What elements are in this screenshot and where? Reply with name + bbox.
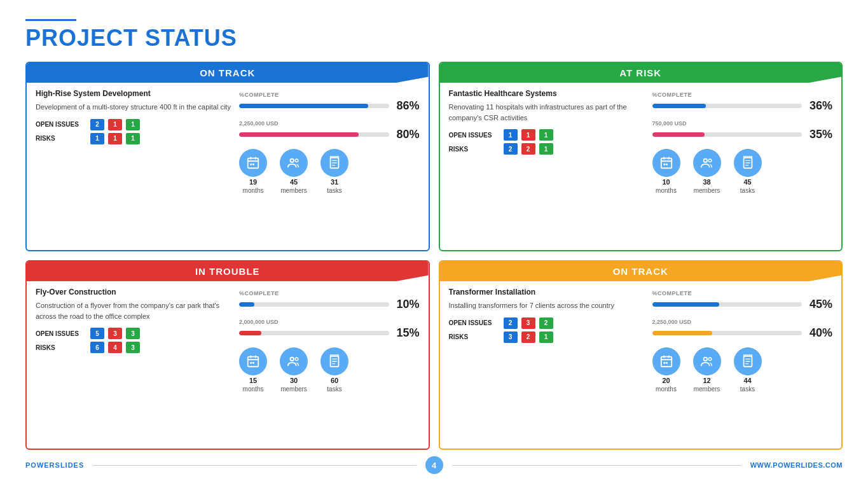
open-issues-row: OPEN ISSUES 2 3 2 <box>449 317 646 329</box>
budget-pct-value: 40% <box>807 326 832 340</box>
risk-badge-green: 1 <box>539 143 553 155</box>
svg-rect-17 <box>666 164 668 165</box>
card-left-in-trouble: Fly-Over Construction Construction of a … <box>36 288 233 442</box>
pct-value: 86% <box>394 99 420 113</box>
budget-progress-bg <box>652 132 803 137</box>
months-value: 10 <box>662 178 670 186</box>
budget-progress-fill <box>239 132 359 137</box>
tasks-unit: tasks <box>327 187 341 194</box>
issue-badge-blue: 2 <box>90 119 104 130</box>
risk-badge-blue: 3 <box>504 331 518 343</box>
footer-website: WWW.POWERLIDES.COM <box>750 461 843 469</box>
open-issues-label: OPEN ISSUES <box>36 121 86 128</box>
pct-value: 10% <box>394 298 420 311</box>
pct-label: %COMPLETE <box>652 290 833 296</box>
footer-page-number: 4 <box>425 456 443 474</box>
icons-row: 20 months 12 members <box>652 347 833 393</box>
issues-risks: OPEN ISSUES 2 1 1 RISKS 1 1 1 <box>36 119 233 144</box>
icons-row: 15 months 30 members <box>239 347 420 393</box>
members-block: 38 members <box>693 149 721 194</box>
card-right-at-risk: %COMPLETE 36% 750,000 USD 35% <box>652 89 833 244</box>
issue-badge-blue: 1 <box>504 129 518 141</box>
page-title: PROJECT STATUS <box>25 25 843 52</box>
svg-rect-36 <box>661 357 672 367</box>
issue-badge-green: 3 <box>126 328 140 339</box>
issues-risks: OPEN ISSUES 2 3 2 RISKS 3 2 1 <box>449 317 646 343</box>
tasks-icon <box>734 149 762 177</box>
svg-rect-29 <box>252 362 254 364</box>
card-header-in-trouble: IN TROUBLE <box>27 261 429 281</box>
tasks-block: 60 tasks <box>320 347 348 393</box>
card-header-at-risk: AT RISK <box>440 63 842 83</box>
risk-badge-red: 2 <box>521 331 535 343</box>
footer-brand: POWERSLIDES <box>25 461 84 469</box>
card-left-on-track-1: High-Rise System Development Development… <box>36 89 233 244</box>
issue-badge-red: 3 <box>108 328 122 339</box>
members-icon <box>280 149 308 177</box>
members-block: 45 members <box>280 149 308 194</box>
pct-progress-fill <box>239 104 368 108</box>
issue-badge-blue: 5 <box>90 328 104 339</box>
members-block: 12 members <box>693 347 721 393</box>
svg-rect-16 <box>663 164 665 165</box>
pct-progress-bg <box>239 104 389 108</box>
issue-badge-red: 3 <box>521 317 535 329</box>
tasks-value: 45 <box>743 178 751 186</box>
card-status-label: ON TRACK <box>200 67 255 78</box>
budget-progress-row: 15% <box>239 326 420 340</box>
card-status-label: AT RISK <box>619 67 661 78</box>
tasks-unit: tasks <box>740 386 755 393</box>
title-blue: STATUS <box>145 25 237 51</box>
issues-risks: OPEN ISSUES 5 3 3 RISKS 6 4 3 <box>36 328 233 353</box>
issue-badge-blue: 2 <box>504 317 518 329</box>
open-issues-row: OPEN ISSUES 1 1 1 <box>449 129 646 141</box>
svg-rect-5 <box>252 164 254 165</box>
budget-pct-value: 35% <box>807 128 832 141</box>
tasks-block: 31 tasks <box>320 149 348 194</box>
risks-row: RISKS 2 2 1 <box>449 143 646 155</box>
card-body-on-track-1: High-Rise System Development Development… <box>27 83 429 250</box>
footer-line-left <box>93 465 416 466</box>
project-name: High-Rise System Development <box>36 89 233 98</box>
calendar-icon <box>652 149 680 177</box>
pct-progress-row: 45% <box>652 298 833 311</box>
months-block: 15 months <box>239 347 267 393</box>
pct-progress-bg <box>239 302 389 307</box>
budget-progress-fill <box>652 132 705 137</box>
members-unit: members <box>694 187 720 194</box>
card-left-at-risk: Fantastic Healthcare Systems Renovating … <box>449 89 646 244</box>
risks-label: RISKS <box>36 135 86 142</box>
svg-point-43 <box>708 358 712 361</box>
svg-rect-28 <box>250 362 252 364</box>
footer-right-section: WWW.POWERLIDES.COM <box>443 461 843 469</box>
budget-progress-bg <box>239 331 389 335</box>
footer: POWERSLIDES 4 WWW.POWERLIDES.COM <box>25 450 843 475</box>
months-unit: months <box>656 386 677 393</box>
calendar-icon <box>652 347 680 375</box>
svg-point-18 <box>703 159 707 163</box>
svg-rect-24 <box>248 357 259 367</box>
budget-progress-fill <box>652 331 712 335</box>
icons-row: 10 months 38 members <box>652 149 833 194</box>
budget-progress-row: 80% <box>239 128 420 141</box>
card-body-on-track-2: Transformer Installation Installing tran… <box>440 281 842 449</box>
issue-badge-green: 1 <box>539 129 553 141</box>
months-block: 20 months <box>652 347 680 393</box>
tasks-value: 44 <box>743 377 751 384</box>
budget-label: 2,000,000 USD <box>239 319 420 325</box>
issue-badge-red: 1 <box>521 129 535 141</box>
risk-badge-red: 4 <box>108 342 122 353</box>
title-black: PROJECT <box>25 25 145 51</box>
members-value: 45 <box>290 178 298 186</box>
svg-rect-41 <box>666 362 668 364</box>
budget-progress-bg <box>239 132 389 137</box>
tasks-icon <box>320 347 348 375</box>
project-name: Fantastic Healthcare Systems <box>449 89 646 98</box>
budget-pct-value: 80% <box>394 128 420 141</box>
months-value: 20 <box>662 377 670 384</box>
footer-line-right <box>452 465 741 466</box>
members-icon <box>693 347 721 375</box>
issue-badge-green: 2 <box>539 317 553 329</box>
card-header-on-track-2: ON TRACK <box>440 261 842 281</box>
project-desc: Renovating 11 hospitals with infrastruct… <box>449 102 646 123</box>
